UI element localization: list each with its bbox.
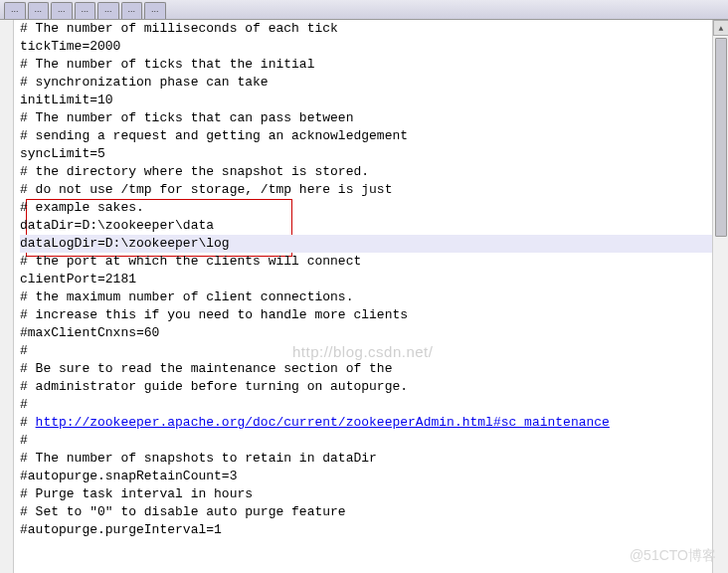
code-line[interactable]: # administrator guide before turning on …: [20, 378, 728, 396]
editor-tab[interactable]: ...: [4, 2, 26, 19]
editor-tab[interactable]: ...: [75, 2, 96, 19]
code-area[interactable]: http://blog.csdn.net/ # The number of mi…: [14, 20, 728, 573]
tab-bar: ... ... ... ... ... ... ...: [0, 0, 728, 20]
code-line[interactable]: # The number of milliseconds of each tic…: [20, 20, 728, 38]
code-line[interactable]: initLimit=10: [20, 92, 728, 109]
scroll-up-arrow-icon[interactable]: ▲: [713, 20, 728, 36]
code-line[interactable]: #: [20, 342, 728, 360]
code-line[interactable]: # The number of snapshots to retain in d…: [20, 450, 728, 468]
scroll-thumb[interactable]: [715, 38, 727, 237]
code-line[interactable]: # Be sure to read the maintenance sectio…: [20, 360, 728, 378]
code-line[interactable]: #: [20, 432, 728, 450]
editor-tab[interactable]: ...: [28, 2, 50, 19]
vertical-scrollbar[interactable]: ▲: [712, 20, 728, 573]
code-line[interactable]: # Purge task interval in hours: [20, 485, 728, 503]
editor-tab[interactable]: ...: [121, 2, 143, 19]
editor-tab[interactable]: ...: [51, 2, 73, 19]
code-line[interactable]: # increase this if you need to handle mo…: [20, 306, 728, 324]
code-line[interactable]: # example sakes.: [20, 199, 728, 217]
code-line[interactable]: tickTime=2000: [20, 38, 728, 56]
code-line[interactable]: clientPort=2181: [20, 271, 728, 288]
code-line[interactable]: # the directory where the snapshot is st…: [20, 163, 728, 181]
code-line[interactable]: # the port at which the clients will con…: [20, 253, 728, 271]
code-line[interactable]: #maxClientCnxns=60: [20, 324, 728, 342]
line-number-gutter: [0, 20, 14, 573]
code-line[interactable]: # do not use /tmp for storage, /tmp here…: [20, 181, 728, 199]
editor-tab[interactable]: ...: [97, 2, 119, 19]
code-line[interactable]: # sending a request and getting an ackno…: [20, 127, 728, 145]
code-line[interactable]: #: [20, 396, 728, 414]
code-line[interactable]: # Set to "0" to disable auto purge featu…: [20, 503, 728, 521]
code-line[interactable]: # synchronization phase can take: [20, 74, 728, 92]
code-line[interactable]: # http://zookeeper.apache.org/doc/curren…: [20, 414, 728, 432]
code-line[interactable]: dataDir=D:\zookeeper\data: [20, 217, 728, 235]
code-editor[interactable]: http://blog.csdn.net/ # The number of mi…: [0, 20, 728, 573]
code-line[interactable]: # The number of ticks that can pass betw…: [20, 109, 728, 127]
code-line[interactable]: syncLimit=5: [20, 145, 728, 163]
code-line[interactable]: # The number of ticks that the initial: [20, 56, 728, 74]
doc-link[interactable]: http://zookeeper.apache.org/doc/current/…: [36, 415, 610, 430]
code-line[interactable]: dataLogDir=D:\zookeeper\log: [20, 235, 728, 253]
editor-tab[interactable]: ...: [144, 2, 166, 19]
code-line[interactable]: #autopurge.snapRetainCount=3: [20, 468, 728, 485]
code-line[interactable]: #autopurge.purgeInterval=1: [20, 521, 728, 539]
code-line[interactable]: # the maximum number of client connectio…: [20, 288, 728, 306]
